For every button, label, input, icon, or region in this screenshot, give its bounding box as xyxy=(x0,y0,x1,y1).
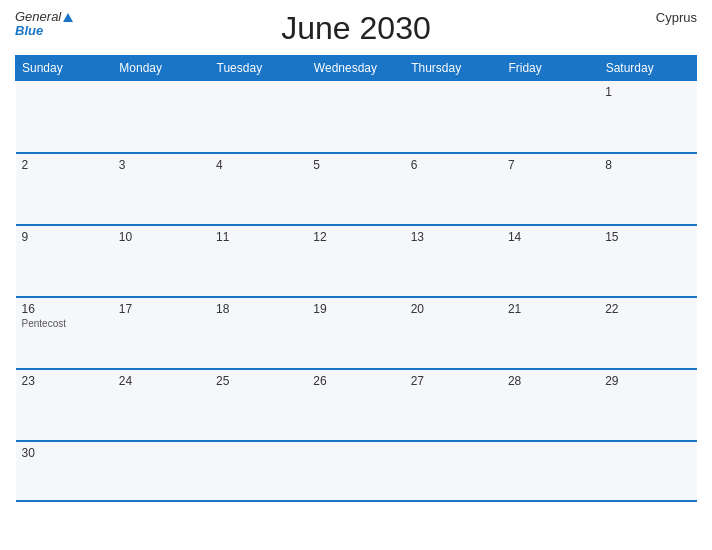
day-cell-w2-d6: 7 xyxy=(502,153,599,225)
day-number: 24 xyxy=(119,374,204,388)
logo-triangle-icon xyxy=(63,13,73,22)
week-row-1: 1 xyxy=(16,81,697,153)
header-tuesday: Tuesday xyxy=(210,56,307,81)
week-row-5: 23242526272829 xyxy=(16,369,697,441)
calendar-grid: Sunday Monday Tuesday Wednesday Thursday… xyxy=(15,55,697,502)
day-cell-w1-d4 xyxy=(307,81,404,153)
day-cell-w4-d4: 19 xyxy=(307,297,404,369)
day-cell-w2-d7: 8 xyxy=(599,153,696,225)
week-row-4: 16Pentecost171819202122 xyxy=(16,297,697,369)
day-number: 10 xyxy=(119,230,204,244)
day-cell-w1-d5 xyxy=(405,81,502,153)
day-number: 14 xyxy=(508,230,593,244)
day-number: 4 xyxy=(216,158,301,172)
day-number: 2 xyxy=(22,158,107,172)
day-number: 1 xyxy=(605,85,690,99)
day-cell-w4-d6: 21 xyxy=(502,297,599,369)
day-number: 11 xyxy=(216,230,301,244)
day-number: 20 xyxy=(411,302,496,316)
day-number: 21 xyxy=(508,302,593,316)
day-number: 3 xyxy=(119,158,204,172)
day-number: 19 xyxy=(313,302,398,316)
day-cell-w6-d6 xyxy=(502,441,599,501)
day-number: 25 xyxy=(216,374,301,388)
day-cell-w1-d2 xyxy=(113,81,210,153)
day-number: 28 xyxy=(508,374,593,388)
day-cell-w6-d2 xyxy=(113,441,210,501)
day-cell-w5-d2: 24 xyxy=(113,369,210,441)
day-number: 30 xyxy=(22,446,107,460)
day-cell-w5-d5: 27 xyxy=(405,369,502,441)
day-cell-w4-d5: 20 xyxy=(405,297,502,369)
header-saturday: Saturday xyxy=(599,56,696,81)
day-number: 22 xyxy=(605,302,690,316)
day-cell-w2-d4: 5 xyxy=(307,153,404,225)
day-cell-w4-d1: 16Pentecost xyxy=(16,297,113,369)
day-cell-w6-d5 xyxy=(405,441,502,501)
day-number: 12 xyxy=(313,230,398,244)
day-cell-w5-d4: 26 xyxy=(307,369,404,441)
logo-blue-text: Blue xyxy=(15,24,43,38)
day-cell-w6-d3 xyxy=(210,441,307,501)
day-cell-w4-d2: 17 xyxy=(113,297,210,369)
calendar-header: General Blue June 2030 Cyprus xyxy=(15,10,697,47)
day-cell-w2-d1: 2 xyxy=(16,153,113,225)
weekday-header-row: Sunday Monday Tuesday Wednesday Thursday… xyxy=(16,56,697,81)
header-thursday: Thursday xyxy=(405,56,502,81)
day-cell-w6-d1: 30 xyxy=(16,441,113,501)
day-cell-w3-d3: 11 xyxy=(210,225,307,297)
day-number: 17 xyxy=(119,302,204,316)
day-cell-w3-d2: 10 xyxy=(113,225,210,297)
header-monday: Monday xyxy=(113,56,210,81)
day-number: 27 xyxy=(411,374,496,388)
day-cell-w3-d1: 9 xyxy=(16,225,113,297)
day-number: 7 xyxy=(508,158,593,172)
week-row-3: 9101112131415 xyxy=(16,225,697,297)
day-cell-w3-d4: 12 xyxy=(307,225,404,297)
day-cell-w3-d6: 14 xyxy=(502,225,599,297)
day-cell-w1-d3 xyxy=(210,81,307,153)
day-number: 18 xyxy=(216,302,301,316)
day-number: 29 xyxy=(605,374,690,388)
day-number: 16 xyxy=(22,302,107,316)
day-cell-w6-d4 xyxy=(307,441,404,501)
day-number: 23 xyxy=(22,374,107,388)
week-row-2: 2345678 xyxy=(16,153,697,225)
day-cell-w4-d7: 22 xyxy=(599,297,696,369)
day-cell-w2-d5: 6 xyxy=(405,153,502,225)
day-number: 8 xyxy=(605,158,690,172)
logo-general-text: General xyxy=(15,10,61,24)
day-cell-w1-d6 xyxy=(502,81,599,153)
day-cell-w6-d7 xyxy=(599,441,696,501)
calendar-container: General Blue June 2030 Cyprus Sunday Mon… xyxy=(0,0,712,550)
header-friday: Friday xyxy=(502,56,599,81)
day-number: 13 xyxy=(411,230,496,244)
day-cell-w1-d1 xyxy=(16,81,113,153)
day-cell-w3-d7: 15 xyxy=(599,225,696,297)
day-cell-w5-d3: 25 xyxy=(210,369,307,441)
week-row-6: 30 xyxy=(16,441,697,501)
day-number: 5 xyxy=(313,158,398,172)
header-sunday: Sunday xyxy=(16,56,113,81)
day-cell-w5-d7: 29 xyxy=(599,369,696,441)
day-number: 6 xyxy=(411,158,496,172)
day-cell-w2-d3: 4 xyxy=(210,153,307,225)
calendar-title: June 2030 xyxy=(281,10,430,47)
day-cell-w1-d7: 1 xyxy=(599,81,696,153)
day-number: 9 xyxy=(22,230,107,244)
day-cell-w5-d6: 28 xyxy=(502,369,599,441)
day-cell-w2-d2: 3 xyxy=(113,153,210,225)
day-event: Pentecost xyxy=(22,318,107,329)
country-label: Cyprus xyxy=(656,10,697,25)
header-wednesday: Wednesday xyxy=(307,56,404,81)
day-number: 26 xyxy=(313,374,398,388)
day-number: 15 xyxy=(605,230,690,244)
day-cell-w3-d5: 13 xyxy=(405,225,502,297)
day-cell-w4-d3: 18 xyxy=(210,297,307,369)
logo: General Blue xyxy=(15,10,73,39)
day-cell-w5-d1: 23 xyxy=(16,369,113,441)
